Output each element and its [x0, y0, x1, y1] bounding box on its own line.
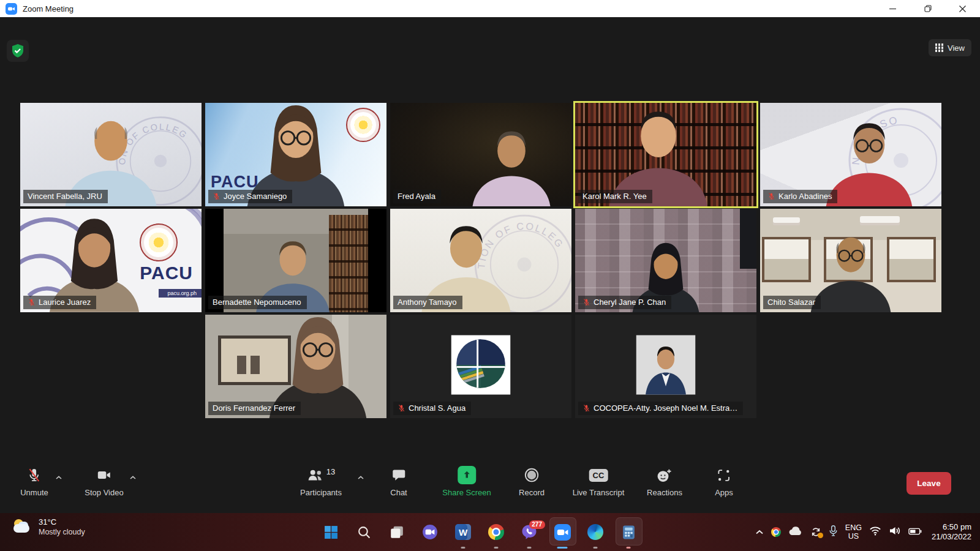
taskbar-app-start[interactable]	[314, 513, 347, 551]
participant-name-label: Vincent Fabella, JRU	[23, 190, 108, 203]
unmute-button[interactable]: Unmute	[20, 467, 48, 497]
video-tile[interactable]: ON OF COLLEG Vincent Fabella, JRU	[20, 103, 202, 206]
participant-name-label: Doris Fernandez Ferrer	[208, 402, 301, 415]
taskbar-app-search[interactable]	[347, 513, 380, 551]
participant-name: Fred Ayala	[398, 192, 435, 201]
chat-button[interactable]: Chat	[390, 467, 407, 497]
participant-name: Vincent Fabella, JRU	[28, 192, 102, 201]
participant-name: Bernadette Nepomuceno	[213, 298, 301, 307]
taskbar-app-word[interactable]: W	[447, 513, 480, 551]
weather-widget[interactable]: 31°C Mostly cloudy	[12, 517, 85, 537]
tray-sync-icon[interactable]	[810, 527, 821, 538]
pacu-website-url: pacu.org.ph	[159, 289, 202, 298]
leave-button[interactable]: Leave	[907, 472, 951, 495]
taskbar-app-edge[interactable]	[579, 513, 612, 551]
video-tile[interactable]: TION OF COLLEG Anthony Tamayo	[390, 209, 571, 312]
participant-name: Karol Mark R. Yee	[582, 192, 647, 201]
windows-taskbar: 31°C Mostly cloudy W277 ENG US	[0, 513, 980, 551]
volume-icon[interactable]	[889, 526, 901, 538]
live-transcript-button[interactable]: CC Live Transcript	[573, 467, 625, 497]
task-view-icon	[389, 524, 405, 541]
window-title: Zoom Meeting	[23, 4, 74, 13]
taskbar-app-chat-app[interactable]	[413, 513, 447, 551]
reactions-smiley-icon	[647, 467, 682, 484]
tray-microphone-icon[interactable]	[829, 525, 838, 539]
close-button[interactable]	[945, 0, 980, 17]
participant-name: Joyce Samaniego	[224, 192, 287, 201]
taskbar-app-task-view[interactable]	[380, 513, 413, 551]
stop-video-button[interactable]: Stop Video	[85, 467, 123, 497]
taskbar-app-chrome[interactable]	[480, 513, 513, 551]
mute-indicator-icon	[213, 192, 221, 200]
air-conditioner	[860, 216, 900, 225]
stop-video-menu-chevron[interactable]	[129, 471, 137, 476]
participant-name: Doris Fernandez Ferrer	[213, 403, 295, 413]
sync-status-dot	[818, 533, 823, 538]
edge-icon	[587, 524, 604, 541]
search-icon	[356, 524, 372, 541]
chrome-icon	[488, 524, 505, 541]
apps-button[interactable]: Apps	[715, 467, 733, 497]
video-tile[interactable]: Bernadette Nepomuceno	[205, 209, 386, 312]
video-tile[interactable]: Karol Mark R. Yee	[575, 103, 756, 206]
share-screen-button[interactable]: Share Screen	[442, 467, 491, 497]
video-tile[interactable]: PACU Joyce Samaniego	[205, 103, 386, 206]
battery-icon[interactable]	[908, 527, 922, 538]
participant-name: Karlo Abadines	[778, 192, 832, 201]
participant-logo-avatar	[451, 334, 511, 395]
taskbar-app-zoom[interactable]	[546, 513, 579, 551]
participant-name: Cheryl Jane P. Chan	[594, 298, 666, 307]
chat-bubble-icon	[390, 467, 407, 484]
wifi-icon[interactable]	[869, 526, 881, 538]
video-tile[interactable]: PACU pacu.org.ph Laurice Juarez	[20, 209, 202, 312]
video-tile[interactable]: COCOPEA-Atty. Joseph Noel M. Estra…	[575, 315, 756, 418]
tray-onedrive-icon[interactable]	[788, 527, 803, 538]
participant-name-label: COCOPEA-Atty. Joseph Noel M. Estra…	[578, 402, 743, 415]
live-transcript-label: Live Transcript	[573, 488, 625, 497]
minimize-button[interactable]	[875, 0, 910, 17]
view-button-label: View	[948, 43, 965, 53]
taskbar-clock[interactable]: 6:50 pm 21/03/2022	[932, 522, 971, 542]
unmute-menu-chevron[interactable]	[55, 471, 62, 476]
video-camera-icon	[85, 467, 123, 484]
notification-badge: 277	[529, 520, 545, 529]
taskbar-apps: W277	[314, 513, 645, 551]
viber-icon: 277	[521, 524, 538, 541]
reactions-label: Reactions	[647, 488, 682, 497]
word-icon: W	[455, 524, 471, 540]
chrome-icon	[488, 524, 504, 540]
closed-captions-icon: CC	[589, 469, 608, 482]
taskbar-app-calculator[interactable]	[612, 513, 645, 551]
taskbar-app-viber[interactable]: 277	[513, 513, 546, 551]
language-indicator[interactable]: ENG US	[845, 523, 862, 541]
clock-time: 6:50 pm	[932, 522, 971, 532]
video-tile[interactable]: Cheryl Jane P. Chan	[575, 209, 756, 312]
participants-menu-chevron[interactable]	[357, 471, 364, 476]
word-icon: W	[455, 524, 472, 541]
window-titlebar: Zoom Meeting	[0, 0, 980, 17]
view-button[interactable]: View	[929, 39, 971, 56]
stop-video-label: Stop Video	[85, 488, 123, 497]
dark-window-edge	[740, 209, 756, 269]
reactions-button[interactable]: Reactions	[647, 467, 682, 497]
video-tile[interactable]: NAL ASSO Karlo Abadines	[760, 103, 941, 206]
security-shield-icon[interactable]	[7, 40, 29, 62]
running-indicator	[494, 547, 499, 549]
participants-button[interactable]: 13 Participants	[300, 467, 342, 497]
restore-button[interactable]	[910, 0, 945, 17]
video-tile[interactable]: Chito Salazar	[760, 209, 941, 312]
participant-name-label: Anthony Tamayo	[393, 296, 462, 309]
video-tile[interactable]: Fred Ayala	[390, 103, 571, 206]
record-button[interactable]: Record	[519, 467, 545, 497]
participant-name-label: Chito Salazar	[763, 296, 821, 309]
weather-icon	[12, 518, 33, 536]
mute-indicator-icon	[582, 404, 590, 412]
mute-indicator-icon	[28, 298, 36, 306]
weather-condition: Mostly cloudy	[39, 527, 85, 537]
video-tile[interactable]: Christal S. Agua	[390, 315, 571, 418]
participants-count: 13	[326, 467, 335, 476]
tray-chrome-icon[interactable]	[771, 527, 781, 537]
clock-date: 21/03/2022	[932, 532, 971, 542]
tray-overflow-chevron-icon[interactable]	[755, 527, 764, 538]
video-tile[interactable]: Doris Fernandez Ferrer	[205, 315, 386, 418]
